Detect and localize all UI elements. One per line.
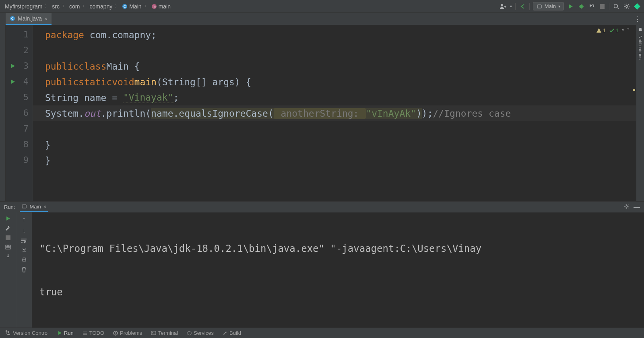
divider: [529, 3, 530, 10]
left-tool-strip[interactable]: [0, 25, 6, 201]
breadcrumb-item-project[interactable]: Myfirstprogram: [3, 2, 44, 10]
down-icon[interactable]: ↓: [23, 227, 26, 234]
notifications-label[interactable]: Notifications: [638, 35, 643, 60]
wrench-icon[interactable]: [5, 225, 11, 231]
warning-mark[interactable]: [633, 89, 635, 91]
bottom-tab-services[interactable]: Services: [186, 329, 215, 337]
run-panel-header: Run: Main × —: [0, 201, 644, 212]
run-toolbar-right: ↑ ↓: [16, 212, 32, 328]
svg-rect-16: [6, 247, 10, 249]
svg-rect-20: [151, 331, 156, 335]
run-panel: ↑ ↓ "C:\Program Files\Java\jdk-18.0.2.1\…: [0, 212, 644, 328]
editor[interactable]: 1 1 ^ ˅ 1 2 3 4 5 6 7 8 9 package com.co…: [6, 25, 636, 201]
add-user-icon[interactable]: [500, 3, 507, 10]
divider: [609, 3, 609, 10]
gear-icon[interactable]: [623, 3, 630, 10]
wrap-icon[interactable]: [21, 238, 27, 243]
bottom-tab-problems[interactable]: Problems: [112, 329, 143, 337]
divider: [515, 3, 516, 10]
pin-icon[interactable]: [5, 254, 11, 260]
console-line: true: [39, 282, 637, 303]
bottom-tab-run[interactable]: Run: [57, 329, 74, 337]
console-output[interactable]: "C:\Program Files\Java\jdk-18.0.2.1\bin\…: [32, 212, 644, 328]
bottom-tab-todo[interactable]: TODO: [82, 329, 105, 337]
breadcrumb-item-com[interactable]: com: [68, 2, 81, 10]
gutter[interactable]: 1 2 3 4 5 6 7 8 9: [6, 25, 33, 201]
scroll-end-icon[interactable]: [21, 247, 27, 253]
run-toolbar-left: [0, 212, 16, 328]
breadcrumb: Myfirstprogram 〉 src 〉 com 〉 comapny 〉 C…: [3, 2, 172, 10]
bottom-bar: Version Control Run TODO Problems Termin…: [0, 328, 644, 338]
svg-rect-4: [537, 5, 541, 8]
search-icon[interactable]: [613, 3, 620, 10]
close-icon[interactable]: ×: [44, 16, 47, 22]
stop-icon[interactable]: [6, 235, 10, 240]
file-tab-label: Main.java: [18, 15, 42, 22]
chevron-right-icon: 〉: [144, 3, 149, 10]
rerun-icon[interactable]: [5, 216, 11, 221]
svg-rect-15: [8, 245, 10, 247]
svg-rect-14: [6, 245, 8, 247]
gear-icon[interactable]: [624, 204, 630, 211]
chevron-down-icon[interactable]: ▾: [510, 4, 512, 8]
file-tab-main[interactable]: C Main.java ×: [6, 13, 52, 25]
up-icon[interactable]: ↑: [23, 216, 26, 223]
debug-icon[interactable]: [578, 3, 585, 10]
chevron-right-icon: 〉: [62, 3, 67, 10]
svg-text:m: m: [153, 4, 156, 8]
breadcrumb-item-src[interactable]: src: [50, 2, 61, 10]
chevron-right-icon: 〉: [45, 3, 50, 10]
bottom-tab-terminal[interactable]: Terminal: [150, 329, 179, 337]
svg-point-12: [626, 205, 627, 207]
undo-icon[interactable]: [519, 3, 526, 10]
chevron-right-icon: 〉: [82, 3, 87, 10]
run-header-label: Run:: [4, 204, 15, 210]
chevron-right-icon: 〉: [115, 3, 120, 10]
run-config-label: Main: [545, 3, 556, 9]
console-line: "C:\Program Files\Java\jdk-18.0.2.1\bin\…: [39, 238, 637, 259]
layout-icon[interactable]: [5, 244, 11, 250]
svg-rect-6: [600, 4, 605, 9]
breadcrumb-item-comapny[interactable]: comapny: [88, 2, 114, 10]
trash-icon[interactable]: [21, 267, 27, 272]
run-icon[interactable]: [567, 3, 574, 10]
svg-rect-18: [23, 258, 25, 259]
run-coverage-icon[interactable]: [588, 3, 595, 10]
more-icon[interactable]: ⋮: [634, 15, 641, 23]
file-tabs: C Main.java × ⋮: [0, 13, 644, 25]
svg-point-8: [626, 5, 628, 7]
svg-point-7: [614, 4, 618, 8]
top-bar: Myfirstprogram 〉 src 〉 com 〉 comapny 〉 C…: [0, 0, 644, 13]
toolbar-right: ▾ Main ▾: [500, 2, 641, 10]
svg-text:C: C: [124, 4, 126, 8]
svg-text:C: C: [11, 16, 14, 21]
svg-rect-17: [23, 259, 26, 261]
svg-rect-13: [6, 235, 10, 240]
svg-rect-11: [22, 205, 26, 208]
main-area: 1 1 ^ ˅ 1 2 3 4 5 6 7 8 9 package com.co…: [0, 25, 644, 201]
bottom-tab-version-control[interactable]: Version Control: [5, 329, 50, 337]
run-configuration-select[interactable]: Main ▾: [533, 2, 564, 10]
close-icon[interactable]: ×: [43, 204, 47, 210]
right-tool-strip[interactable]: Notifications: [636, 25, 644, 201]
print-icon[interactable]: [21, 257, 27, 263]
bottom-tab-build[interactable]: Build: [222, 329, 242, 337]
jetbrains-icon[interactable]: [634, 3, 641, 10]
bell-icon[interactable]: [638, 27, 643, 33]
chevron-down-icon: ▾: [558, 4, 560, 8]
run-tab-main[interactable]: Main ×: [20, 202, 48, 212]
code-area[interactable]: package com.comapny; public class Main {…: [33, 25, 636, 201]
run-gutter-icon[interactable]: [10, 63, 16, 69]
hide-icon[interactable]: —: [634, 204, 640, 211]
breadcrumb-item-main-class[interactable]: C Main: [120, 2, 143, 10]
breadcrumb-item-main-method[interactable]: m main: [150, 2, 172, 10]
stop-icon[interactable]: [599, 3, 606, 10]
run-gutter-icon[interactable]: [10, 79, 16, 84]
